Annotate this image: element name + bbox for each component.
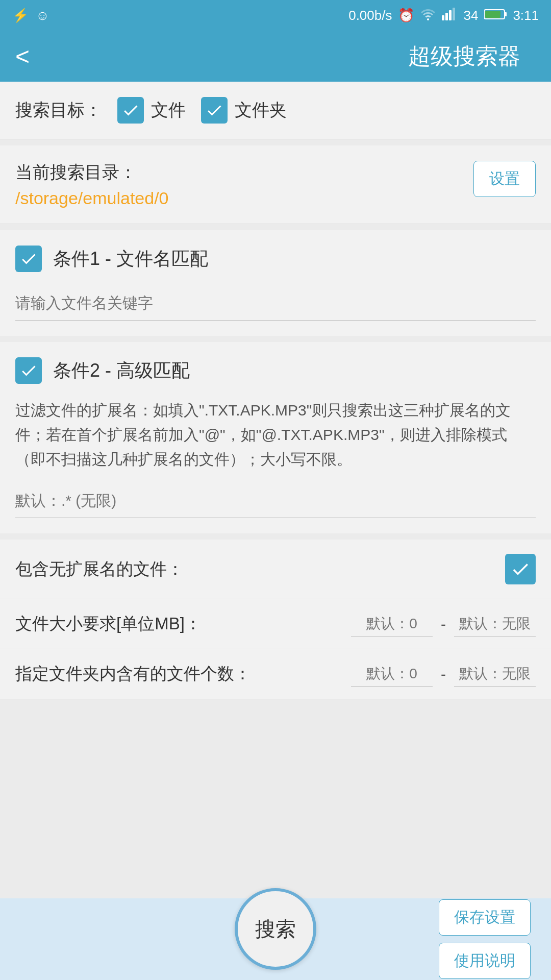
- search-target-section: 搜索目标： 文件 文件夹: [0, 82, 551, 139]
- dir-label: 当前搜索目录：: [15, 161, 473, 184]
- condition1-section: 条件1 - 文件名匹配: [0, 230, 551, 336]
- status-right: 0.00b/s ⏰ 34 3:11: [348, 7, 539, 24]
- back-button[interactable]: <: [15, 42, 30, 70]
- svg-rect-3: [453, 8, 455, 20]
- search-button[interactable]: 搜索: [235, 888, 316, 970]
- svg-rect-1: [445, 13, 448, 20]
- svg-rect-2: [449, 10, 452, 20]
- cond2-input[interactable]: [15, 484, 536, 518]
- save-settings-button[interactable]: 保存设置: [439, 899, 531, 936]
- wifi-icon: [420, 7, 436, 24]
- signal-icon: [442, 7, 457, 24]
- bottom-right-buttons: 保存设置 使用说明: [439, 899, 531, 979]
- no-ext-row: 包含无扩展名的文件：: [0, 540, 551, 599]
- search-button-wrap: 搜索: [235, 888, 316, 970]
- smiley-icon: ☺: [36, 8, 49, 23]
- folder-count-label: 指定文件夹内含有的文件个数：: [15, 663, 351, 685]
- status-left: ⚡ ☺: [12, 8, 49, 23]
- main-content: 搜索目标： 文件 文件夹 当前搜索目录： /storage/emulated/0…: [0, 82, 551, 898]
- cond1-title: 条件1 - 文件名匹配: [53, 247, 208, 272]
- svg-rect-0: [442, 15, 444, 20]
- file-size-max[interactable]: [454, 611, 536, 636]
- bottom-bar: 搜索 保存设置 使用说明: [0, 898, 551, 980]
- cond2-description: 过滤文件的扩展名：如填入".TXT.APK.MP3"则只搜索出这三种扩展名的文件…: [15, 398, 536, 472]
- usb-icon: ⚡: [12, 8, 29, 23]
- cond2-checkbox[interactable]: [15, 357, 42, 384]
- search-target-label: 搜索目标：: [15, 99, 102, 122]
- cond2-title: 条件2 - 高级匹配: [53, 358, 190, 383]
- status-bar: ⚡ ☺ 0.00b/s ⏰ 34: [0, 0, 551, 31]
- folder-checkbox[interactable]: [201, 97, 228, 124]
- cond1-checkbox[interactable]: [15, 246, 42, 272]
- folder-count-dash: -: [441, 666, 446, 683]
- battery-icon: [484, 8, 507, 23]
- no-ext-label: 包含无扩展名的文件：: [15, 558, 184, 581]
- folder-count-inputs: -: [351, 662, 536, 687]
- folder-count-row: 指定文件夹内含有的文件个数： -: [0, 649, 551, 699]
- directory-section: 当前搜索目录： /storage/emulated/0 设置: [0, 145, 551, 224]
- folder-label: 文件夹: [235, 99, 287, 122]
- options-section: 包含无扩展名的文件： 文件大小要求[单位MB]： - 指定文件夹内含有的文件个数…: [0, 540, 551, 699]
- folder-checkbox-item[interactable]: 文件夹: [201, 97, 287, 124]
- file-size-row: 文件大小要求[单位MB]： -: [0, 599, 551, 649]
- no-ext-checkbox[interactable]: [505, 554, 536, 584]
- file-size-label: 文件大小要求[单位MB]：: [15, 612, 351, 635]
- settings-button[interactable]: 设置: [473, 161, 536, 197]
- svg-rect-5: [505, 12, 507, 16]
- file-size-inputs: -: [351, 611, 536, 636]
- file-size-min[interactable]: [351, 611, 433, 636]
- clock-icon: ⏰: [398, 8, 414, 23]
- page-title: 超级搜索器: [408, 41, 520, 71]
- cond1-input[interactable]: [15, 286, 536, 321]
- dir-path: /storage/emulated/0: [15, 188, 473, 208]
- file-size-dash: -: [441, 616, 446, 633]
- title-bar: < 超级搜索器: [0, 31, 551, 82]
- folder-count-min[interactable]: [351, 662, 433, 687]
- battery-text: 34: [463, 8, 478, 23]
- file-checkbox-item[interactable]: 文件: [117, 97, 186, 124]
- time-text: 3:11: [513, 8, 539, 23]
- file-checkbox[interactable]: [117, 97, 144, 124]
- folder-count-max[interactable]: [454, 662, 536, 687]
- help-button[interactable]: 使用说明: [439, 943, 531, 979]
- svg-rect-6: [485, 11, 500, 18]
- condition2-section: 条件2 - 高级匹配 过滤文件的扩展名：如填入".TXT.APK.MP3"则只搜…: [0, 342, 551, 533]
- file-label: 文件: [151, 99, 186, 122]
- speed-text: 0.00b/s: [348, 8, 392, 23]
